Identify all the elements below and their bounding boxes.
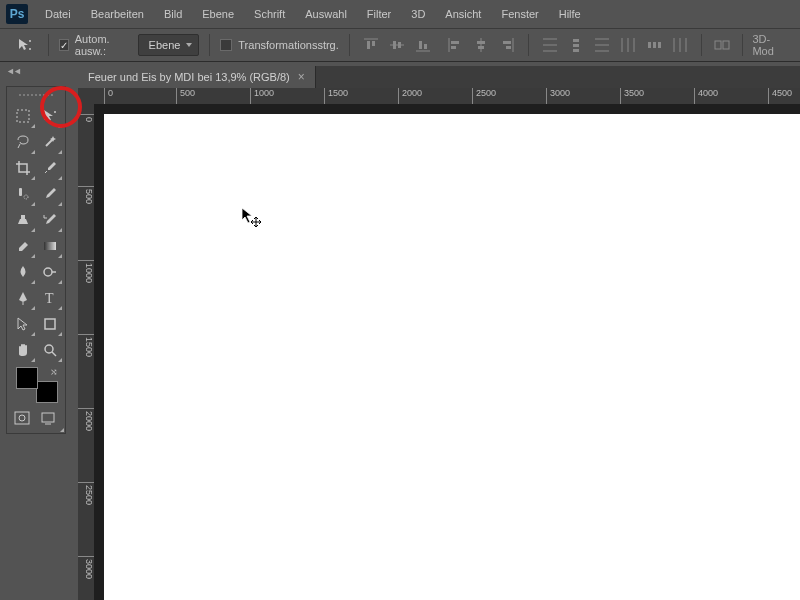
menu-window[interactable]: Fenster: [492, 4, 547, 24]
history-brush-tool[interactable]: [36, 207, 63, 233]
panel-collapse-handle[interactable]: ◄◄: [6, 66, 20, 76]
svg-rect-2: [372, 41, 375, 46]
document-area: Feuer und Eis by MDI bei 13,9% (RGB/8) ×…: [78, 66, 800, 600]
color-swatches[interactable]: ⤭: [14, 367, 58, 403]
distribute-top-button[interactable]: [539, 34, 561, 56]
marquee-tool[interactable]: [9, 103, 36, 129]
align-vcenter-button[interactable]: [386, 34, 408, 56]
svg-rect-30: [648, 42, 651, 48]
svg-rect-11: [451, 46, 456, 49]
align-left-button[interactable]: [444, 34, 466, 56]
align-right-button[interactable]: [496, 34, 518, 56]
menu-help[interactable]: Hilfe: [550, 4, 590, 24]
menu-select[interactable]: Auswahl: [296, 4, 356, 24]
transform-checkbox[interactable]: [220, 39, 232, 51]
document-tab-title: Feuer und Eis by MDI bei 13,9% (RGB/8): [88, 71, 290, 83]
svg-rect-5: [398, 42, 401, 48]
menu-view[interactable]: Ansicht: [436, 4, 490, 24]
brush-tool[interactable]: [36, 181, 63, 207]
tab-bar: Feuer und Eis by MDI bei 13,9% (RGB/8) ×: [78, 66, 800, 88]
menu-image[interactable]: Bild: [155, 4, 191, 24]
canvas-viewport[interactable]: [94, 104, 800, 600]
screen-mode-button[interactable]: [35, 407, 61, 429]
distribute-buttons: [539, 34, 691, 56]
svg-rect-1: [367, 41, 370, 49]
path-selection-tool[interactable]: [9, 311, 36, 337]
close-icon[interactable]: ×: [298, 70, 305, 84]
blur-tool[interactable]: [9, 259, 36, 285]
move-tool-icon: [17, 37, 33, 53]
current-tool-indicator[interactable]: [12, 34, 38, 56]
zoom-tool[interactable]: [36, 337, 63, 363]
align-hcenter-button[interactable]: [470, 34, 492, 56]
move-tool[interactable]: [36, 103, 63, 129]
eyedropper-tool[interactable]: [36, 155, 63, 181]
svg-line-52: [52, 352, 56, 356]
layer-dropdown[interactable]: Ebene: [138, 34, 200, 56]
options-bar: ✓ Autom. ausw.: Ebene Transformationsstr…: [0, 28, 800, 62]
svg-rect-55: [42, 413, 54, 422]
crop-tool[interactable]: [9, 155, 36, 181]
ruler-horizontal[interactable]: 050010001500200025003000350040004500: [78, 88, 800, 104]
distribute-right-button[interactable]: [669, 34, 691, 56]
distribute-vcenter-button[interactable]: [565, 34, 587, 56]
svg-rect-8: [424, 44, 427, 49]
separator: [349, 34, 350, 56]
toolbox: T ⤭: [6, 86, 66, 434]
clone-stamp-tool[interactable]: [9, 207, 36, 233]
menu-filter[interactable]: Filter: [358, 4, 400, 24]
canvas[interactable]: [104, 114, 800, 600]
svg-rect-17: [506, 46, 511, 49]
healing-brush-tool[interactable]: [9, 181, 36, 207]
hand-tool[interactable]: [9, 337, 36, 363]
menu-file[interactable]: Datei: [36, 4, 80, 24]
svg-point-51: [45, 345, 53, 353]
svg-rect-22: [573, 44, 579, 47]
background-color-swatch[interactable]: [36, 381, 58, 403]
svg-point-43: [24, 195, 28, 199]
magic-wand-tool[interactable]: [36, 129, 63, 155]
svg-rect-44: [21, 215, 25, 219]
svg-point-54: [19, 415, 25, 421]
ruler-vertical[interactable]: 0500100015002000250030003500: [78, 104, 94, 600]
gradient-tool[interactable]: [36, 233, 63, 259]
svg-rect-10: [451, 41, 459, 44]
auto-select-checkbox[interactable]: ✓: [59, 39, 69, 51]
auto-align-button[interactable]: [712, 34, 732, 56]
svg-rect-36: [715, 41, 721, 49]
pen-tool[interactable]: [9, 285, 36, 311]
svg-rect-38: [17, 110, 29, 122]
type-tool[interactable]: T: [36, 285, 63, 311]
svg-rect-45: [44, 242, 56, 250]
svg-rect-13: [477, 41, 485, 44]
foreground-color-swatch[interactable]: [16, 367, 38, 389]
distribute-bottom-button[interactable]: [591, 34, 613, 56]
distribute-hcenter-button[interactable]: [643, 34, 665, 56]
lasso-tool[interactable]: [9, 129, 36, 155]
separator: [742, 34, 743, 56]
dodge-tool[interactable]: [36, 259, 63, 285]
svg-rect-53: [15, 412, 29, 424]
align-bottom-button[interactable]: [412, 34, 434, 56]
svg-rect-7: [419, 41, 422, 49]
app-logo[interactable]: Ps: [6, 4, 28, 24]
svg-point-46: [44, 268, 52, 276]
align-top-button[interactable]: [360, 34, 382, 56]
eraser-tool[interactable]: [9, 233, 36, 259]
svg-rect-32: [658, 42, 661, 48]
distribute-left-button[interactable]: [617, 34, 639, 56]
3d-mode-label[interactable]: 3D-Mod: [752, 33, 788, 57]
menu-3d[interactable]: 3D: [402, 4, 434, 24]
svg-rect-37: [723, 41, 729, 49]
menu-layer[interactable]: Ebene: [193, 4, 243, 24]
shape-tool[interactable]: [36, 311, 63, 337]
svg-rect-14: [478, 46, 484, 49]
menu-type[interactable]: Schrift: [245, 4, 294, 24]
svg-rect-31: [653, 42, 656, 48]
document-tab[interactable]: Feuer und Eis by MDI bei 13,9% (RGB/8) ×: [78, 66, 316, 88]
menu-edit[interactable]: Bearbeiten: [82, 4, 153, 24]
toolbox-grip[interactable]: [9, 91, 63, 99]
swap-colors-icon[interactable]: ⤭: [50, 367, 58, 377]
quick-mask-button[interactable]: [9, 407, 35, 429]
align-buttons-horizontal: [444, 34, 518, 56]
